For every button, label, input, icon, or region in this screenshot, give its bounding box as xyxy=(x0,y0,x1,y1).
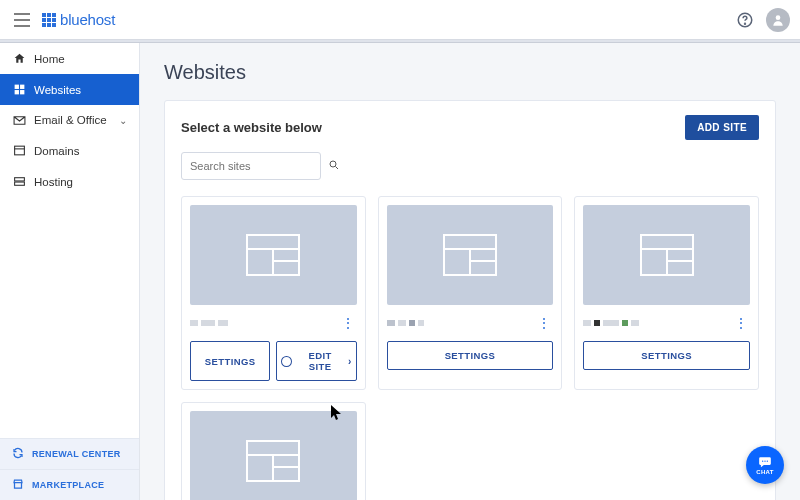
settings-button[interactable]: SETTINGS xyxy=(387,341,554,370)
site-cards-grid: ⋮ SETTINGS EDIT SITE› ⋮ SETTINGS xyxy=(181,196,759,500)
svg-point-2 xyxy=(776,15,781,20)
svg-point-15 xyxy=(762,460,763,461)
hosting-icon xyxy=(12,175,26,188)
site-card: ⋮ SETTINGS xyxy=(574,196,759,390)
svg-rect-6 xyxy=(20,90,24,94)
sidebar-link-label: MARKETPLACE xyxy=(32,480,104,490)
logo-mark-icon xyxy=(42,13,56,27)
add-site-button[interactable]: ADD SITE xyxy=(685,115,759,140)
menu-icon[interactable] xyxy=(10,8,34,32)
svg-rect-3 xyxy=(14,85,18,89)
search-input-wrapper[interactable] xyxy=(181,152,321,180)
refresh-icon xyxy=(12,447,24,461)
svg-point-1 xyxy=(745,23,746,24)
kebab-menu-icon[interactable]: ⋮ xyxy=(339,315,357,331)
site-card: ⋮ SETTINGS EDIT SITE› xyxy=(181,196,366,390)
sidebar-item-email[interactable]: Email & Office ⌄ xyxy=(0,105,139,135)
site-name-placeholder xyxy=(387,320,424,326)
sidebar-link-marketplace[interactable]: MARKETPLACE xyxy=(0,469,139,500)
site-card: ⋮ SETTINGS xyxy=(378,196,563,390)
sidebar-item-hosting[interactable]: Hosting xyxy=(0,166,139,197)
sidebar-item-label: Home xyxy=(34,53,65,65)
sidebar-item-domains[interactable]: Domains xyxy=(0,135,139,166)
user-avatar[interactable] xyxy=(766,8,790,32)
websites-icon xyxy=(12,83,26,96)
search-input[interactable] xyxy=(190,160,328,172)
sidebar-item-websites[interactable]: Websites xyxy=(0,74,139,105)
site-name-placeholder xyxy=(583,320,639,326)
svg-rect-4 xyxy=(20,85,24,89)
sidebar-item-label: Email & Office xyxy=(34,114,107,126)
settings-button[interactable]: SETTINGS xyxy=(190,341,270,381)
top-bar: bluehost xyxy=(0,0,800,40)
sidebar-item-home[interactable]: Home xyxy=(0,43,139,74)
search-icon xyxy=(328,157,340,175)
main-content: Websites Select a website below ADD SITE… xyxy=(140,43,800,500)
site-thumbnail[interactable] xyxy=(387,205,554,305)
help-icon[interactable] xyxy=(734,9,756,31)
store-icon xyxy=(12,478,24,492)
chat-label: CHAT xyxy=(756,469,773,475)
sidebar-link-label: RENEWAL CENTER xyxy=(32,449,121,459)
chevron-down-icon: ⌄ xyxy=(119,115,127,126)
svg-rect-9 xyxy=(14,182,24,185)
svg-point-17 xyxy=(767,460,768,461)
home-icon xyxy=(12,52,26,65)
site-thumbnail[interactable] xyxy=(190,205,357,305)
site-thumbnail[interactable] xyxy=(583,205,750,305)
site-name-placeholder xyxy=(190,320,228,326)
chevron-right-icon: › xyxy=(348,356,352,367)
site-thumbnail[interactable] xyxy=(190,411,357,500)
site-card xyxy=(181,402,366,500)
sidebar-link-renewal[interactable]: RENEWAL CENTER xyxy=(0,438,139,469)
sidebar-item-label: Hosting xyxy=(34,176,73,188)
websites-panel: Select a website below ADD SITE ⋮ SETTIN… xyxy=(164,100,776,500)
wordpress-icon xyxy=(281,356,292,367)
domains-icon xyxy=(12,144,26,157)
kebab-menu-icon[interactable]: ⋮ xyxy=(732,315,750,331)
sidebar-item-label: Domains xyxy=(34,145,79,157)
brand-name: bluehost xyxy=(60,11,115,28)
page-title: Websites xyxy=(164,61,776,84)
kebab-menu-icon[interactable]: ⋮ xyxy=(535,315,553,331)
panel-subtitle: Select a website below xyxy=(181,120,322,135)
svg-rect-7 xyxy=(14,146,24,155)
sidebar-item-label: Websites xyxy=(34,84,81,96)
brand-logo[interactable]: bluehost xyxy=(42,11,115,28)
svg-rect-8 xyxy=(14,178,24,181)
svg-point-16 xyxy=(764,460,765,461)
svg-rect-5 xyxy=(14,90,18,94)
sidebar: Home Websites Email & Office ⌄ Domains H… xyxy=(0,43,140,500)
chat-icon xyxy=(758,456,772,468)
chat-button[interactable]: CHAT xyxy=(746,446,784,484)
mail-icon xyxy=(12,115,26,126)
settings-button[interactable]: SETTINGS xyxy=(583,341,750,370)
svg-point-10 xyxy=(330,161,336,167)
edit-site-button[interactable]: EDIT SITE› xyxy=(276,341,356,381)
